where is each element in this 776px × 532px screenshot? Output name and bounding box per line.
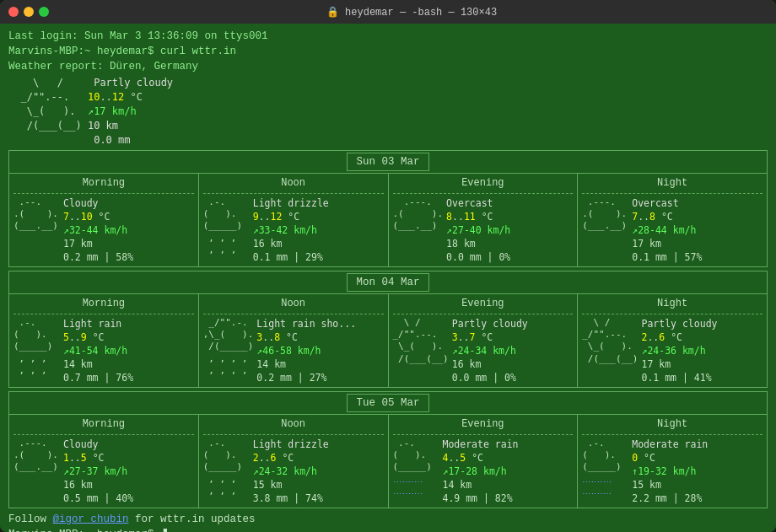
period-data: .-. ( ). (_____) , , , , , , Light drizz… xyxy=(203,438,384,505)
terminal-body[interactable]: Last login: Sun Mar 3 13:36:09 on ttys00… xyxy=(0,24,776,532)
titlebar: 🔒 heydemar — -bash — 130×43 xyxy=(0,0,776,24)
ascii-art: .-. ( ). (_____) , , , , , , xyxy=(203,196,250,264)
weather-details: Cloudy 7..10 °C ↗32-44 km/h 17 km 0.2 mm… xyxy=(63,196,194,264)
window-title: 🔒 heydemar — -bash — 130×43 xyxy=(56,6,768,19)
ascii-art: .---. .( ). (___.__) xyxy=(582,196,628,264)
prompt-line1: Marvins-MBP:~ heydemar$ curl wttr.in xyxy=(8,44,768,59)
period-label: Noon xyxy=(203,417,384,434)
period-data: .-. ( ). (_____) , , , , , , Light drizz… xyxy=(203,196,384,264)
weather-details: Overcast 7..8 °C ↗28-44 km/h 17 km 0.1 m… xyxy=(632,196,763,264)
period-tue-morning: Morning .---. .( ). (___.__) Cloudy 1..5… xyxy=(9,415,199,508)
maximize-button[interactable] xyxy=(39,7,49,17)
ascii-art: .---. .( ). (___.__) xyxy=(13,438,60,505)
day-label-tue: Tue 05 Mar xyxy=(347,394,428,412)
weather-details: Moderate rain 0 °C ↑19-32 km/h 15 km 2.2… xyxy=(632,438,763,505)
weather-details: Partly cloudy 3..7 °C ↗24-34 km/h 16 km … xyxy=(452,317,574,384)
period-label: Noon xyxy=(203,176,384,193)
period-data: .-. ( ). (_____) , , , , , , Light rain … xyxy=(13,317,194,384)
minimize-button[interactable] xyxy=(24,7,34,17)
period-sun-night: Night .---. .( ). (___.__) Overcast 7..8… xyxy=(578,174,767,266)
login-line: Last login: Sun Mar 3 13:36:09 on ttys00… xyxy=(8,29,768,44)
period-data: .---. .( ). (___.__) Overcast 8..11 °C ↗… xyxy=(393,196,574,264)
weather-details: Partly cloudy 2..6 °C ↗24-36 km/h 17 km … xyxy=(641,317,763,384)
period-label: Night xyxy=(582,176,763,193)
day-section-mon: Mon 04 Mar Morning .-. ( ). (_____) , , … xyxy=(8,271,768,388)
period-data: .---. .( ). (___.__) Overcast 7..8 °C ↗2… xyxy=(582,196,763,264)
weather-details: Light drizzle 2..6 °C ↗24-32 km/h 15 km … xyxy=(253,438,384,505)
ascii-art: \ / _/"".--. \_( ). /(___(__) xyxy=(393,317,449,384)
footer-follow: Follow @igor_chubin for wttr.in updates xyxy=(8,512,768,527)
twitter-link[interactable]: @igor_chubin xyxy=(53,513,129,525)
period-data: .-. ( ). (_____) ‥‥‥‥‥ ‥‥‥‥‥ Moderate ra… xyxy=(393,438,574,505)
period-mon-noon: Noon _/"".-. ,\_( ). /(_____) , , , , , … xyxy=(199,294,389,387)
period-data: \ / _/"".--. \_( ). /(___(__) Partly clo… xyxy=(582,317,763,384)
ascii-art: _/"".-. ,\_( ). /(_____) , , , , , , , , xyxy=(203,317,254,384)
period-label: Morning xyxy=(13,297,194,314)
ascii-art: .-. ( ). (_____) , , , , , , xyxy=(203,438,250,505)
close-button[interactable] xyxy=(8,7,19,17)
footer-prompt: Marvins-MBP:~ heydemar$ ▌ xyxy=(8,527,768,532)
day-label-sun: Sun 03 Mar xyxy=(347,153,428,171)
traffic-lights xyxy=(8,7,49,17)
period-data: \ / _/"".--. \_( ). /(___(__) Partly clo… xyxy=(393,317,574,384)
day-header-tue: Tue 05 Mar xyxy=(9,392,767,415)
period-data: .--. .( ). (___.__) Cloudy 7..10 °C ↗32-… xyxy=(13,196,194,264)
period-label: Evening xyxy=(393,417,574,434)
period-label: Morning xyxy=(13,417,194,434)
period-data: .---. .( ). (___.__) Cloudy 1..5 °C ↗27-… xyxy=(13,438,194,505)
period-label: Evening xyxy=(393,176,574,193)
period-data: _/"".-. ,\_( ). /(_____) , , , , , , , ,… xyxy=(203,317,384,384)
period-sun-morning: Morning .--. .( ). (___.__) Cloudy 7..10… xyxy=(9,174,199,266)
period-label: Morning xyxy=(13,176,194,193)
periods-sun: Morning .--. .( ). (___.__) Cloudy 7..10… xyxy=(9,174,767,266)
terminal-window: 🔒 heydemar — -bash — 130×43 Last login: … xyxy=(0,0,776,532)
ascii-art: .-. ( ). (_____) ‥‥‥‥‥ ‥‥‥‥‥ xyxy=(393,438,439,505)
day-section-tue: Tue 05 Mar Morning .---. .( ). (___.__) … xyxy=(8,391,768,508)
period-mon-evening: Evening \ / _/"".--. \_( ). /(___(__) Pa… xyxy=(389,294,579,387)
period-mon-morning: Morning .-. ( ). (_____) , , , , , , Lig… xyxy=(9,294,199,387)
ascii-art: .-. ( ). (_____) ‥‥‥‥‥ ‥‥‥‥‥ xyxy=(582,438,628,505)
periods-mon: Morning .-. ( ). (_____) , , , , , , Lig… xyxy=(9,294,767,387)
day-header-mon: Mon 04 Mar xyxy=(9,271,767,294)
period-sun-evening: Evening .---. .( ). (___.__) Overcast 8.… xyxy=(389,174,579,266)
period-label: Evening xyxy=(393,297,574,314)
current-weather-ascii: \ / Partly cloudy _/"".--. 10..12 °C \_(… xyxy=(8,76,768,147)
period-tue-night: Night .-. ( ). (_____) ‥‥‥‥‥ ‥‥‥‥‥ Moder… xyxy=(578,415,767,508)
weather-details: Light rain sho... 3..8 °C ↗46-58 km/h 14… xyxy=(256,317,383,384)
period-label: Night xyxy=(582,417,763,434)
period-tue-evening: Evening .-. ( ). (_____) ‥‥‥‥‥ ‥‥‥‥‥ Mod… xyxy=(389,415,579,508)
day-label-mon: Mon 04 Mar xyxy=(347,273,428,292)
weather-details: Light rain 5..9 °C ↗41-54 km/h 14 km 0.7… xyxy=(63,317,194,384)
periods-tue: Morning .---. .( ). (___.__) Cloudy 1..5… xyxy=(9,415,767,508)
weather-details: Light drizzle 9..12 °C ↗33-42 km/h 16 km… xyxy=(253,196,384,264)
weather-details: Moderate rain 4..5 °C ↗17-28 km/h 14 km … xyxy=(443,438,574,505)
period-label: Night xyxy=(582,297,763,314)
weather-details: Cloudy 1..5 °C ↗27-37 km/h 16 km 0.5 mm … xyxy=(63,438,194,505)
ascii-art: .-. ( ). (_____) , , , , , , xyxy=(13,317,60,384)
weather-details: Overcast 8..11 °C ↗27-40 km/h 18 km 0.0 … xyxy=(446,196,573,264)
day-section-sun: Sun 03 Mar Morning .--. .( ). (___.__) C… xyxy=(8,150,768,267)
period-sun-noon: Noon .-. ( ). (_____) , , , , , , Light … xyxy=(199,174,389,266)
period-label: Noon xyxy=(203,297,384,314)
period-tue-noon: Noon .-. ( ). (_____) , , , , , , Light … xyxy=(199,415,389,508)
weather-location: Weather report: Düren, Germany xyxy=(8,59,768,74)
ascii-art: \ / _/"".--. \_( ). /(___(__) xyxy=(582,317,638,384)
day-header-sun: Sun 03 Mar xyxy=(9,151,767,174)
ascii-art: .--. .( ). (___.__) xyxy=(13,196,60,264)
period-mon-night: Night \ / _/"".--. \_( ). /(___(__) Part… xyxy=(578,294,767,387)
period-data: .-. ( ). (_____) ‥‥‥‥‥ ‥‥‥‥‥ Moderate ra… xyxy=(582,438,763,505)
ascii-art: .---. .( ). (___.__) xyxy=(393,196,444,264)
